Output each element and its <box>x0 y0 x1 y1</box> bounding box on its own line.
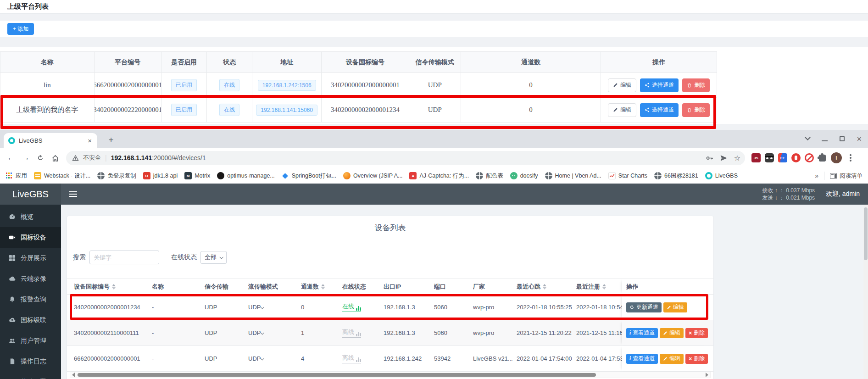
url-field[interactable]: 不安全 | 192.168.1.141:20000/#/devices/1 ☆ <box>66 151 745 165</box>
window-minimize-button[interactable] <box>822 140 828 141</box>
sidebar-item-overview[interactable]: 概览 <box>0 206 61 227</box>
edit-button[interactable]: 编辑 <box>608 78 636 92</box>
bookmark-item[interactable]: Ojdk1.8 api <box>143 172 178 179</box>
edit-button[interactable]: 编辑 <box>663 302 687 312</box>
sidebar-item-cloud-recording[interactable]: 云端录像 <box>0 268 61 289</box>
window-maximize-button[interactable] <box>840 136 845 141</box>
bookmark-item[interactable]: 66国标28181 <box>654 172 698 180</box>
bookmark-item[interactable]: Home | Vben Ad... <box>545 172 601 179</box>
bookmark-item[interactable]: 免登录复制 <box>97 172 136 180</box>
extension-adblock-hand-icon[interactable] <box>791 153 801 162</box>
cell-transport: UDP <box>409 73 461 97</box>
delete-button[interactable]: ×删除 <box>685 328 708 338</box>
send-icon[interactable] <box>720 154 728 162</box>
bookmark-star-icon[interactable]: ☆ <box>734 154 740 162</box>
cell-signal: UDP <box>205 329 248 336</box>
bookmark-item[interactable]: 配色表 <box>476 172 503 180</box>
stream-mode-dropdown[interactable]: UDP <box>248 355 263 362</box>
column-header-stream-mode: 流传输模式 <box>248 283 301 291</box>
bar-chart-icon <box>356 357 361 362</box>
window-close-button[interactable]: × <box>857 135 862 143</box>
sidebar-item-gb-devices[interactable]: 国标设备 <box>0 227 61 248</box>
not-secure-warning-icon <box>72 155 79 162</box>
bookmark-item[interactable]: Webstack - 设计... <box>34 172 90 180</box>
browser-menu-icon[interactable] <box>850 157 851 159</box>
offline-status-link[interactable]: 离线 <box>342 354 361 363</box>
column-header-channels[interactable]: 通道数 <box>301 283 342 291</box>
sidebar-item-operation-log[interactable]: 操作日志 <box>0 351 61 372</box>
pencil-icon <box>663 357 668 361</box>
hamburger-menu-icon[interactable] <box>69 194 77 195</box>
scrollbar-thumb[interactable] <box>864 207 868 260</box>
reload-icon[interactable] <box>34 151 47 164</box>
back-icon[interactable]: ← <box>5 151 17 164</box>
bookmark-item[interactable]: Star Charts <box>608 172 647 179</box>
oracle-icon: O <box>143 172 150 179</box>
globe-icon <box>476 172 483 179</box>
extension-spy-icon[interactable] <box>765 153 774 162</box>
bookmarks-overflow-icon[interactable]: » <box>815 172 818 179</box>
forward-icon[interactable]: → <box>19 151 32 164</box>
sidebar-item-user-management[interactable]: 用户管理 <box>0 330 61 351</box>
filters-row: 搜索 在线状态 全部 <box>73 251 227 264</box>
offline-status-link[interactable]: 离线 <box>342 328 361 338</box>
new-tab-button[interactable]: + <box>105 134 117 146</box>
bookmark-item[interactable]: MMotrix <box>184 172 210 179</box>
select-channel-button[interactable]: 选择通道 <box>640 78 679 92</box>
bookmark-item[interactable]: docsify <box>510 172 538 179</box>
window-chevron-icon[interactable] <box>805 134 811 140</box>
delete-button[interactable]: 删除 <box>682 103 710 117</box>
view-channels-button[interactable]: i查看通道 <box>626 354 658 364</box>
extension-fe-icon[interactable]: FE <box>778 153 787 162</box>
view-channels-button[interactable]: i查看通道 <box>626 328 658 338</box>
stream-mode-dropdown[interactable]: UDP <box>248 304 263 311</box>
sidebar-item-basic-config[interactable]: 基础配置 <box>0 372 61 379</box>
cell-heartbeat: 2021-12-15 11:20:22 <box>517 329 576 336</box>
platform-table-card: 名称 平台编号 是否启用 状态 地址 设备国标编号 信令传输模式 通道数 操作 … <box>0 47 868 124</box>
sidebar-item-alarm-query[interactable]: 报警查询 <box>0 289 61 310</box>
bookmark-apps[interactable]: 应用 <box>6 172 27 180</box>
delete-button[interactable]: 删除 <box>682 78 710 92</box>
profile-avatar[interactable]: I <box>831 152 842 163</box>
column-header-heartbeat[interactable]: 最近心跳 <box>517 283 576 291</box>
edit-button[interactable]: 编辑 <box>608 103 636 117</box>
select-channel-button[interactable]: 选择通道 <box>640 103 679 117</box>
search-input[interactable] <box>89 251 159 264</box>
edit-button[interactable]: 编辑 <box>660 328 684 338</box>
app-sidebar: 概览 国标设备 分屏展示 云端录像 报警查询 国标级联 用户管理 操作日志 基础… <box>0 205 61 379</box>
welcome-user[interactable]: 欢迎, admin <box>826 190 860 198</box>
bookmark-item[interactable]: Overview (JSIP A... <box>343 172 402 179</box>
cell-egress-ip: 192.168.1.242 <box>384 355 434 362</box>
sidebar-item-split-screen[interactable]: 分屏展示 <box>0 248 61 268</box>
stream-mode-dropdown[interactable]: UDP <box>248 329 263 336</box>
scrollbar-thumb[interactable] <box>78 373 596 377</box>
home-icon[interactable] <box>49 151 61 164</box>
bookmark-item[interactable]: optimus-manage... <box>217 172 275 179</box>
bookmark-item[interactable]: AAJ-Captcha: 行为... <box>409 172 469 180</box>
column-header-device-gb-id[interactable]: 设备国标编号 <box>74 283 152 291</box>
vertical-scrollbar[interactable] <box>863 205 868 379</box>
pencil-icon <box>613 107 618 112</box>
online-status-link[interactable]: 在线 <box>342 302 361 312</box>
extension-block-icon[interactable] <box>805 153 814 162</box>
add-button[interactable]: + 添加 <box>7 23 34 35</box>
extensions-puzzle-icon[interactable] <box>819 155 826 162</box>
bookmark-item[interactable]: LiveGBS <box>705 172 738 179</box>
reading-list-button[interactable]: 阅读清单 <box>830 172 862 180</box>
update-channels-button[interactable]: 更新通道 <box>626 302 662 312</box>
edit-button[interactable]: 编辑 <box>660 354 684 364</box>
bookmark-item[interactable]: SpringBoot打包... <box>282 172 336 180</box>
sidebar-item-gb-cascade[interactable]: 国标级联 <box>0 310 61 330</box>
horizontal-scrollbar[interactable] <box>70 372 711 378</box>
password-key-icon[interactable] <box>706 154 713 162</box>
table-row: lin 66620000002000000001 已启用 在线 192.168.… <box>0 73 717 98</box>
security-label[interactable]: 不安全 <box>83 154 101 162</box>
delete-button[interactable]: ×删除 <box>685 354 708 364</box>
scroll-left-icon[interactable] <box>72 373 75 377</box>
tab-close-icon[interactable]: × <box>87 137 93 145</box>
scroll-right-icon[interactable] <box>706 373 708 377</box>
browser-tab[interactable]: LiveGBS × <box>4 133 97 148</box>
app-logo[interactable]: LiveGBS <box>0 184 61 205</box>
extension-js-icon[interactable]: JS <box>751 153 761 162</box>
online-status-select[interactable]: 全部 <box>200 251 227 264</box>
